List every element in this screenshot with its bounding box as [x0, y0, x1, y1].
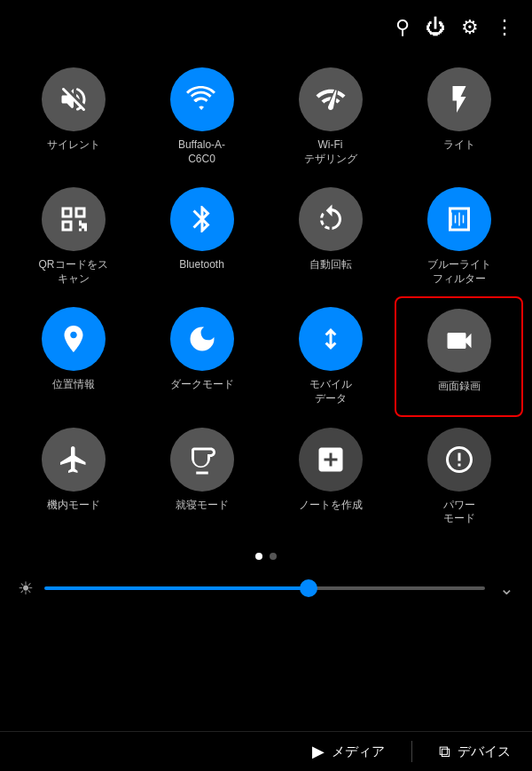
- tile-flashlight-label: ライト: [443, 138, 475, 153]
- tile-bluelight[interactable]: ブルーライト フィルター: [395, 177, 523, 296]
- tile-location[interactable]: 位置情報: [9, 296, 137, 416]
- devices-icon: ⧉: [439, 743, 450, 761]
- tile-flashlight[interactable]: ライト: [395, 57, 523, 177]
- tile-note-icon: [299, 428, 363, 492]
- devices-label: デバイス: [458, 743, 511, 760]
- tile-tethering-icon: [299, 67, 363, 131]
- devices-button[interactable]: ⧉ デバイス: [439, 743, 511, 761]
- tile-qrcode[interactable]: QRコードをス キャン: [9, 177, 137, 296]
- tile-screenrecord[interactable]: 画面録画: [395, 296, 523, 416]
- tile-darkmode[interactable]: ダークモード: [137, 296, 266, 416]
- tile-darkmode-icon: [170, 307, 234, 371]
- tile-wifi-label: Buffalo-A- C6C0: [178, 138, 225, 166]
- play-icon: ▶: [312, 742, 325, 761]
- tile-silent[interactable]: サイレント: [9, 57, 137, 177]
- tile-silent-label: サイレント: [47, 138, 100, 153]
- brightness-thumb[interactable]: [300, 579, 317, 597]
- tile-qrcode-label: QRコードをス キャン: [39, 258, 108, 286]
- tile-location-label: 位置情報: [52, 378, 95, 392]
- tile-wifi[interactable]: Buffalo-A- C6C0: [137, 57, 266, 177]
- tile-darkmode-label: ダークモード: [170, 378, 234, 392]
- tile-screenrecord-icon: [427, 309, 491, 373]
- dot-1[interactable]: [255, 553, 262, 560]
- bottom-bar: ▶ メディア ⧉ デバイス: [0, 731, 532, 771]
- tile-powermode[interactable]: パワー モード: [395, 417, 523, 537]
- search-icon[interactable]: ⚲: [395, 16, 410, 39]
- tile-tethering-label: Wi-Fi テザリング: [304, 138, 357, 166]
- tile-note-label: ノートを作成: [299, 499, 363, 513]
- tile-bluetooth-label: Bluetooth: [179, 258, 224, 272]
- settings-icon[interactable]: ⚙: [461, 16, 479, 39]
- tile-autorotate-icon: [299, 187, 363, 251]
- tile-mobiledata[interactable]: モバイル データ: [266, 296, 395, 416]
- tile-airplane-label: 機内モード: [47, 499, 100, 513]
- more-icon[interactable]: ⋮: [495, 16, 514, 39]
- brightness-icon: ☀: [18, 578, 34, 599]
- power-icon[interactable]: ⏻: [426, 16, 445, 39]
- tile-mobiledata-icon: [299, 307, 363, 371]
- tile-mobiledata-label: モバイル データ: [309, 378, 352, 405]
- tile-airplane-icon: [42, 428, 106, 492]
- tile-flashlight-icon: [427, 67, 491, 131]
- tile-note[interactable]: ノートを作成: [266, 417, 395, 537]
- tile-autorotate-label: 自動回転: [309, 258, 352, 272]
- tile-autorotate[interactable]: 自動回転: [266, 177, 395, 296]
- tile-qrcode-icon: [42, 187, 106, 251]
- tile-bluetooth-icon: [170, 187, 234, 251]
- brightness-slider[interactable]: [44, 586, 485, 590]
- tile-silent-icon: [42, 67, 106, 131]
- media-label: メディア: [332, 743, 385, 760]
- header: ⚲ ⏻ ⚙ ⋮: [0, 0, 532, 48]
- brightness-row: ☀ ⌄: [0, 563, 532, 613]
- tile-location-icon: [42, 307, 106, 371]
- media-button[interactable]: ▶ メディア: [312, 742, 385, 761]
- tile-bluetooth[interactable]: Bluetooth: [137, 177, 266, 296]
- tile-bluelight-icon: [427, 187, 491, 251]
- chevron-down-icon[interactable]: ⌄: [499, 578, 514, 599]
- tile-sleep-label: 就寝モード: [176, 499, 229, 513]
- tile-bluelight-label: ブルーライト フィルター: [427, 258, 491, 286]
- tile-powermode-icon: [427, 428, 491, 492]
- divider: [411, 741, 412, 762]
- tile-sleep-icon: [170, 428, 234, 492]
- dot-2[interactable]: [270, 553, 277, 560]
- tile-screenrecord-label: 画面録画: [438, 380, 481, 394]
- tile-airplane[interactable]: 機内モード: [9, 417, 137, 537]
- tile-tethering[interactable]: Wi-Fi テザリング: [266, 57, 395, 177]
- page-dots: [0, 553, 532, 560]
- tile-powermode-label: パワー モード: [443, 499, 475, 526]
- tile-sleep[interactable]: 就寝モード: [137, 417, 266, 537]
- quick-settings-grid: サイレント Buffalo-A- C6C0 Wi-Fi テザリング ライト QR…: [0, 48, 532, 537]
- tile-wifi-icon: [170, 67, 234, 131]
